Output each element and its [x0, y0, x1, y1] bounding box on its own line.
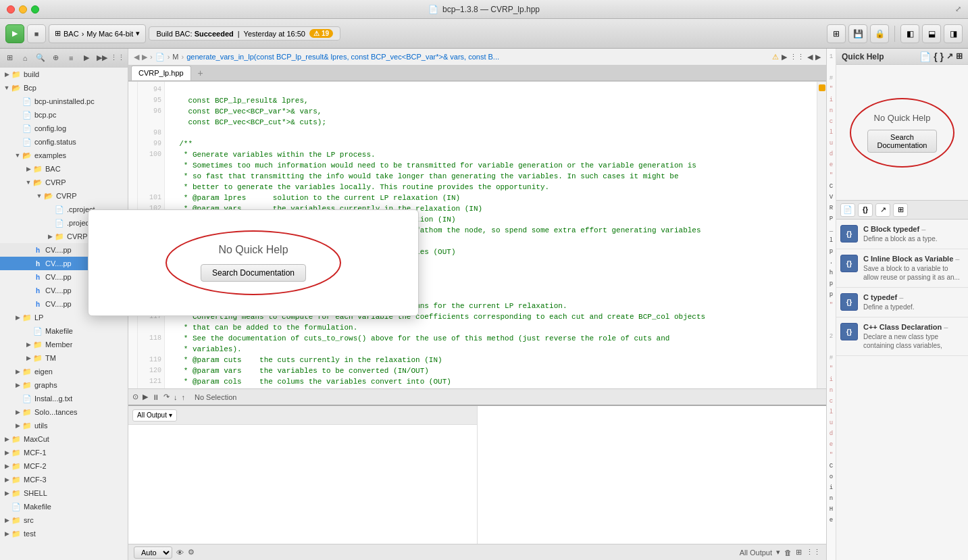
breadcrumb-item-m[interactable]: M — [172, 53, 178, 61]
tree-item-shell[interactable]: ▶ 📁 SHELL — [0, 486, 128, 500]
breadcrumb-item[interactable]: 📄 — [155, 53, 165, 61]
snippet-item-1[interactable]: {} C Block typedef – Define a block as a… — [836, 220, 968, 249]
output-dropdown-btn[interactable]: ▾ — [776, 548, 780, 557]
snippet-code-btn[interactable]: {} — [858, 203, 873, 217]
tree-item-bcp-uninstalled[interactable]: 📄 bcp-uninstalled.pc — [0, 95, 128, 108]
nav-prev-btn[interactable]: ◀ — [807, 53, 813, 61]
gutter-right — [817, 82, 826, 388]
grid-icon[interactable]: ⊞ — [956, 51, 963, 62]
panel-bottom-btn[interactable]: ⬓ — [922, 24, 941, 43]
share-icon[interactable]: ↗ — [946, 51, 953, 62]
play-debug-btn[interactable]: ▶ — [143, 392, 148, 401]
stop-button[interactable] — [27, 24, 46, 43]
breadcrumb-function[interactable]: generate_vars_in_lp(const BCP_lp_result&… — [186, 53, 499, 61]
tree-item-test[interactable]: ▶ 📁 test — [0, 527, 128, 540]
tree-item-installing[interactable]: 📄 Instal...g.txt — [0, 392, 128, 405]
snippet-item-4[interactable]: {} C++ Class Declaration – Declare a new… — [836, 317, 968, 356]
breadcrumb-nav-back[interactable]: ◀ — [134, 53, 139, 61]
tree-item-config-status[interactable]: 📄 config.status — [0, 135, 128, 149]
output-grid-btn[interactable]: ⋮⋮ — [806, 548, 821, 557]
sidebar-layout-btn[interactable]: ⋮⋮ — [110, 51, 125, 66]
tree-item-config-log[interactable]: 📄 config.log — [0, 122, 128, 135]
step-out-btn[interactable]: ↑ — [182, 393, 186, 401]
snippet-item-2[interactable]: {} C Inline Block as Variable – Save a b… — [836, 249, 968, 288]
play-icon-small[interactable]: ▶ — [782, 53, 787, 61]
nav-next-btn[interactable]: ▶ — [815, 53, 821, 61]
step-into-btn[interactable]: ↓ — [174, 393, 178, 401]
grid-icon-small[interactable]: ⋮⋮ — [790, 53, 805, 61]
new-tab-btn[interactable]: + — [194, 66, 207, 80]
step-over-btn[interactable]: ↷ — [163, 392, 170, 401]
panel-right-btn[interactable]: ◨ — [944, 24, 963, 43]
lock-btn[interactable]: 🔒 — [870, 24, 889, 43]
output-settings-icon[interactable]: ⚙ — [188, 548, 195, 557]
encoding-selector[interactable]: Auto — [134, 546, 172, 559]
folder-icon: 📂 — [22, 150, 32, 161]
snippet-icon-4: {} — [840, 323, 858, 340]
tree-item-makefile-root[interactable]: 📄 Makefile — [0, 500, 128, 513]
sidebar-tool-2[interactable]: ⌂ — [18, 51, 32, 66]
quick-help-oval: No Quick Help Search Documentation — [850, 98, 954, 168]
tree-item-bac[interactable]: ▶ 📁 BAC — [0, 162, 128, 176]
file-icon: 📄 — [11, 501, 22, 512]
sidebar-tool-6[interactable]: ▶▶ — [95, 51, 109, 66]
tree-item-makefile[interactable]: 📄 Makefile — [0, 324, 128, 338]
tree-item-src[interactable]: ▶ 📁 src — [0, 513, 128, 527]
h-file-icon: h — [32, 299, 43, 309]
panel-left-btn[interactable]: ◧ — [900, 24, 919, 43]
expand-icon[interactable]: ⤢ — [955, 5, 961, 14]
trash-icon[interactable]: 🗑 — [784, 549, 792, 557]
pause-btn[interactable]: ⏸ — [152, 393, 159, 401]
tree-item-tm[interactable]: ▶ 📁 TM — [0, 351, 128, 365]
save-btn[interactable]: 💾 — [848, 24, 867, 43]
tree-item-utils[interactable]: ▶ 📁 utils — [0, 419, 128, 432]
popup-search-doc-btn[interactable]: Search Documentation — [201, 264, 306, 282]
scheme-icon: ⊞ — [55, 29, 61, 38]
tree-item-eigen[interactable]: ▶ 📁 eigen — [0, 365, 128, 378]
warning-icon-small[interactable]: ⚠ — [772, 53, 779, 61]
breadcrumb-nav-fwd[interactable]: ▶ — [142, 53, 147, 61]
snippet-doc-btn[interactable]: 📄 — [840, 203, 855, 217]
sidebar-tool-5[interactable]: ▶ — [80, 51, 94, 66]
file-tab-cvrp[interactable]: CVRP_lp.hpp — [131, 66, 191, 80]
tree-item-mcf1[interactable]: ▶ 📁 MCF-1 — [0, 446, 128, 459]
output-layout-btn[interactable]: ⊞ — [796, 548, 802, 557]
doc-icon[interactable]: 📄 — [919, 51, 931, 62]
tree-item-member[interactable]: ▶ 📁 Member — [0, 338, 128, 351]
file-icon: 📄 — [22, 123, 32, 134]
close-button[interactable] — [7, 5, 15, 14]
arrow-icon: ▶ — [14, 382, 22, 388]
tree-item-examples[interactable]: ▼ 📂 examples — [0, 149, 128, 162]
snippet-item-3[interactable]: {} C typedef – Define a typedef. — [836, 288, 968, 317]
tree-item-bcp[interactable]: ▼ 📂 Bcp — [0, 81, 128, 95]
grid-view-btn[interactable]: ⊞ — [827, 24, 846, 43]
tree-item-build[interactable]: ▶ 📁 build — [0, 68, 128, 81]
search-documentation-btn[interactable]: Search Documentation — [867, 130, 937, 153]
tree-item-solo[interactable]: ▶ 📁 Solo...tances — [0, 405, 128, 419]
tree-item-cvrp-inner[interactable]: ▼ 📂 CVRP — [0, 189, 128, 203]
tree-item-mcf3[interactable]: ▶ 📁 MCF-3 — [0, 473, 128, 486]
popup-no-help-text: No Quick Help — [218, 244, 288, 256]
sidebar-tool-4[interactable]: ≡ — [64, 51, 78, 66]
sidebar-search-btn[interactable]: 🔍 — [33, 51, 47, 66]
minimize-button[interactable] — [19, 5, 27, 14]
sidebar-tool-1[interactable]: ⊞ — [3, 51, 17, 66]
output-tab-active[interactable]: All Output ▾ — [132, 409, 177, 422]
snippet-arrow-btn[interactable]: ↗ — [875, 203, 890, 217]
scheme-selector[interactable]: ⊞ BAC › My Mac 64-bit ▾ — [49, 24, 146, 43]
maximize-button[interactable] — [31, 5, 39, 14]
tree-item-bcp-pc[interactable]: 📄 bcp.pc — [0, 108, 128, 122]
tree-item-maxcut[interactable]: ▶ 📁 MaxCut — [0, 432, 128, 446]
visibility-icon[interactable]: 👁 — [176, 549, 184, 557]
tree-item-graphs[interactable]: ▶ 📁 graphs — [0, 378, 128, 392]
warning-badge[interactable]: ⚠ 19 — [309, 29, 333, 38]
code-icon[interactable]: { } — [934, 51, 944, 62]
tree-item-mcf2[interactable]: ▶ 📁 MCF-2 — [0, 459, 128, 473]
tree-item-cvrp[interactable]: ▼ 📂 CVRP — [0, 176, 128, 189]
snippet-grid-btn[interactable]: ⊞ — [893, 203, 908, 217]
run-button[interactable] — [5, 24, 24, 43]
folder-icon: 📁 — [32, 353, 43, 363]
output-left[interactable]: All Output ▾ — [128, 406, 478, 544]
sidebar-tool-3[interactable]: ⊕ — [49, 51, 63, 66]
build-separator: | — [238, 30, 240, 38]
